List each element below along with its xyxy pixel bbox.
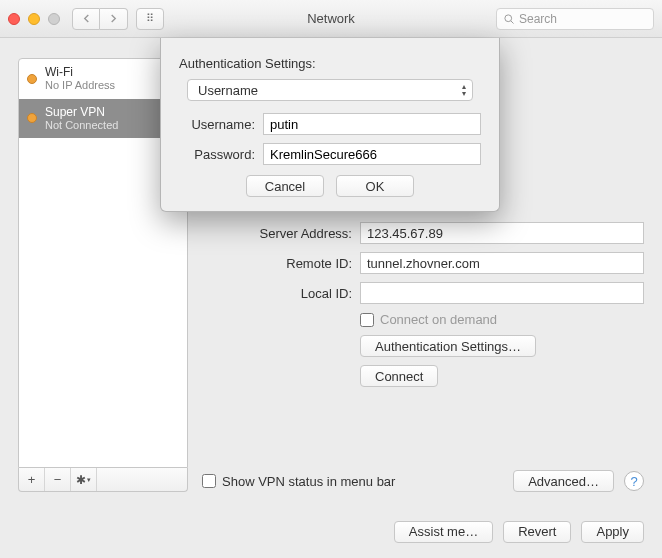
authentication-settings-button[interactable]: Authentication Settings… [360, 335, 536, 357]
cancel-button[interactable]: Cancel [246, 175, 324, 197]
minus-icon: − [54, 472, 62, 487]
sidebar-item-label: Super VPN [45, 105, 118, 119]
help-button[interactable]: ? [624, 471, 644, 491]
status-dot-icon [27, 113, 37, 123]
sheet-heading: Authentication Settings: [179, 56, 481, 71]
sidebar-item-sublabel: No IP Address [45, 79, 115, 92]
select-value: Username [198, 83, 258, 98]
select-arrows-icon: ▴▾ [462, 83, 466, 97]
password-input[interactable] [263, 143, 481, 165]
remote-id-label: Remote ID: [202, 256, 360, 271]
password-label: Password: [179, 147, 263, 162]
forward-button[interactable] [100, 8, 128, 30]
connect-button[interactable]: Connect [360, 365, 438, 387]
gear-icon: ✱ [76, 473, 86, 487]
revert-button[interactable]: Revert [503, 521, 571, 543]
sidebar-footer: + − ✱▾ [18, 468, 188, 492]
close-window-button[interactable] [8, 13, 20, 25]
show-vpn-status-checkbox[interactable]: Show VPN status in menu bar [202, 474, 395, 489]
server-address-label: Server Address: [202, 226, 360, 241]
zoom-window-button[interactable] [48, 13, 60, 25]
search-placeholder: Search [519, 12, 557, 26]
authentication-settings-sheet: Authentication Settings: Username ▴▾ Use… [160, 38, 500, 212]
sidebar-item-sublabel: Not Connected [45, 119, 118, 132]
plus-icon: + [28, 472, 36, 487]
nav-buttons [72, 8, 128, 30]
remote-id-input[interactable] [360, 252, 644, 274]
local-id-label: Local ID: [202, 286, 360, 301]
server-address-input[interactable] [360, 222, 644, 244]
remove-service-button[interactable]: − [45, 468, 71, 491]
service-actions-button[interactable]: ✱▾ [71, 468, 97, 491]
auth-method-select[interactable]: Username ▴▾ [187, 79, 473, 101]
chevron-left-icon [82, 14, 91, 23]
username-label: Username: [179, 117, 263, 132]
apply-button[interactable]: Apply [581, 521, 644, 543]
checkbox-input[interactable] [360, 313, 374, 327]
search-icon [503, 13, 515, 25]
help-icon: ? [630, 474, 637, 489]
sidebar-item-label: Wi-Fi [45, 65, 115, 79]
back-button[interactable] [72, 8, 100, 30]
footer: Assist me… Revert Apply [0, 504, 662, 558]
checkbox-input[interactable] [202, 474, 216, 488]
checkbox-label: Connect on demand [380, 312, 497, 327]
titlebar: ⠿ Network Search [0, 0, 662, 38]
show-all-button[interactable]: ⠿ [136, 8, 164, 30]
username-input[interactable] [263, 113, 481, 135]
chevron-right-icon [109, 14, 118, 23]
ok-button[interactable]: OK [336, 175, 414, 197]
search-field[interactable]: Search [496, 8, 654, 30]
status-dot-icon [27, 74, 37, 84]
minimize-window-button[interactable] [28, 13, 40, 25]
assist-me-button[interactable]: Assist me… [394, 521, 493, 543]
chevron-down-icon: ▾ [87, 476, 91, 484]
svg-line-1 [511, 20, 514, 23]
local-id-input[interactable] [360, 282, 644, 304]
add-service-button[interactable]: + [19, 468, 45, 491]
grid-icon: ⠿ [146, 12, 155, 25]
checkbox-label: Show VPN status in menu bar [222, 474, 395, 489]
advanced-button[interactable]: Advanced… [513, 470, 614, 492]
svg-point-0 [505, 14, 512, 21]
window-controls [8, 13, 60, 25]
connect-on-demand-checkbox[interactable]: Connect on demand [360, 312, 497, 327]
